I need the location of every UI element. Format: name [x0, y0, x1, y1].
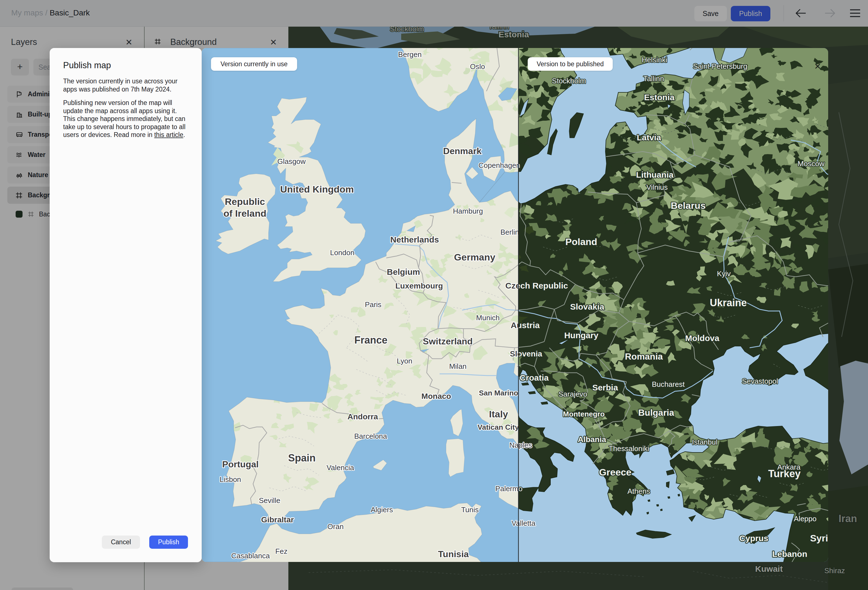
svg-text:Valletta: Valletta	[512, 519, 536, 527]
svg-text:Naples: Naples	[509, 441, 532, 450]
